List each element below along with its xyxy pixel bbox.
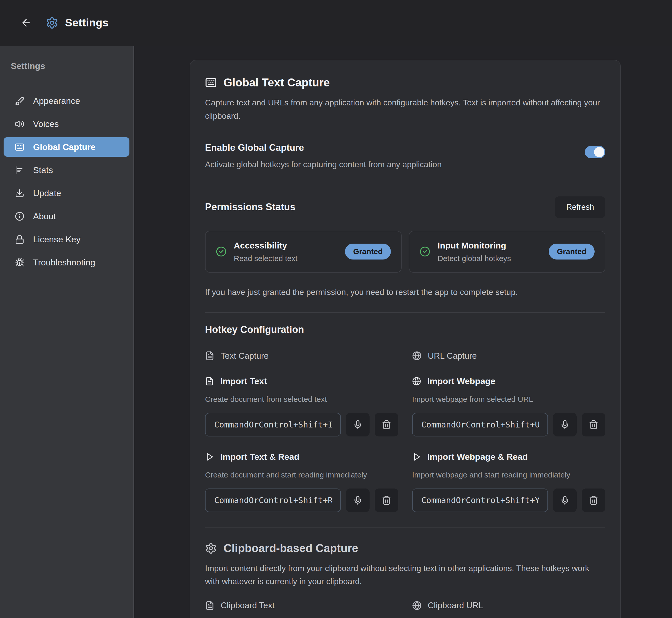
- global-text-capture-header: Global Text Capture: [205, 76, 606, 89]
- toggle-knob: [594, 147, 604, 157]
- import-text-group: Import Text Create document from selecte…: [205, 376, 398, 436]
- arrow-left-icon: [20, 17, 32, 28]
- document-icon: [205, 351, 215, 360]
- mic-icon: [353, 495, 363, 505]
- hotkey-grid: Text Capture Import Text Create document…: [205, 351, 606, 512]
- enable-global-capture-toggle[interactable]: [585, 146, 606, 158]
- settings-window: Settings Settings Appearance Voices Glob…: [0, 0, 672, 618]
- permission-cards: Accessibility Read selected text Granted…: [205, 231, 606, 273]
- globe-icon: [412, 351, 422, 360]
- trash-icon: [382, 420, 391, 429]
- mic-icon: [353, 420, 363, 429]
- bar-chart-icon: [15, 166, 24, 175]
- record-hotkey-button[interactable]: [346, 489, 370, 512]
- info-icon: [15, 212, 24, 221]
- url-capture-column: URL Capture Import Webpage Import webpag…: [412, 351, 606, 512]
- section-description: Import content directly from your clipbo…: [205, 562, 606, 589]
- delete-hotkey-button[interactable]: [375, 489, 398, 512]
- input-monitoring-permission-card: Input Monitoring Detect global hotkeys G…: [409, 231, 606, 273]
- mic-icon: [560, 420, 570, 429]
- sidebar-nav: Appearance Voices Global Capture Stats U…: [4, 91, 129, 272]
- topbar: Settings: [0, 0, 672, 46]
- trash-icon: [589, 420, 598, 429]
- sidebar: Settings Appearance Voices Global Captur…: [0, 46, 134, 618]
- permissions-status-title: Permissions Status: [205, 202, 295, 213]
- clipboard-url-column: Clipboard URL Import Clipboard Webpage I…: [412, 601, 606, 618]
- sidebar-item-license-key[interactable]: License Key: [4, 229, 129, 249]
- globe-icon: [412, 377, 421, 386]
- clipboard-text-column-header: Clipboard Text: [205, 601, 398, 610]
- clipboard-url-column-header: Clipboard URL: [412, 601, 606, 610]
- import-webpage-hotkey-input[interactable]: [412, 413, 548, 436]
- delete-hotkey-button[interactable]: [582, 413, 606, 436]
- play-icon: [412, 452, 421, 461]
- sidebar-item-voices[interactable]: Voices: [4, 114, 129, 134]
- import-webpage-read-group: Import Webpage & Read Import webpage and…: [412, 452, 606, 512]
- text-capture-column: Text Capture Import Text Create document…: [205, 351, 398, 512]
- url-capture-column-header: URL Capture: [412, 351, 606, 361]
- permission-description: Detect global hotkeys: [437, 254, 542, 263]
- status-badge: Granted: [345, 243, 391, 260]
- sidebar-item-troubleshooting[interactable]: Troubleshooting: [4, 252, 129, 272]
- enable-global-capture-description: Activate global hotkeys for capturing co…: [205, 160, 585, 169]
- sidebar-header: Settings: [4, 61, 129, 71]
- import-webpage-read-hotkey-input[interactable]: [412, 489, 548, 512]
- check-circle-icon: [420, 246, 430, 257]
- refresh-button[interactable]: Refresh: [555, 196, 606, 218]
- lock-icon: [15, 235, 24, 244]
- import-text-read-hotkey-input[interactable]: [205, 489, 341, 512]
- globe-icon: [412, 601, 422, 610]
- global-capture-card: Global Text Capture Capture text and URL…: [190, 60, 621, 618]
- divider: [205, 527, 606, 528]
- restart-note: If you have just granted the permission,…: [205, 288, 606, 297]
- hotkey-configuration-header: Hotkey Configuration: [205, 324, 606, 335]
- record-hotkey-button[interactable]: [346, 413, 370, 436]
- section-description: Capture text and URLs from any applicati…: [205, 96, 606, 123]
- permission-description: Read selected text: [234, 254, 338, 263]
- mic-icon: [560, 495, 570, 505]
- permission-name: Accessibility: [234, 240, 338, 250]
- clipboard-capture-header: Clipboard-based Capture: [205, 542, 606, 555]
- sidebar-item-stats[interactable]: Stats: [4, 160, 129, 180]
- sidebar-item-appearance[interactable]: Appearance: [4, 91, 129, 110]
- sidebar-item-about[interactable]: About: [4, 206, 129, 226]
- permission-name: Input Monitoring: [437, 240, 542, 250]
- settings-gear-icon: [46, 16, 58, 29]
- import-webpage-group: Import Webpage Import webpage from selec…: [412, 376, 606, 436]
- trash-icon: [382, 495, 391, 505]
- download-icon: [15, 189, 24, 198]
- import-text-hotkey-input[interactable]: [205, 413, 341, 436]
- check-circle-icon: [216, 246, 227, 257]
- enable-global-capture-label: Enable Global Capture: [205, 142, 585, 153]
- divider: [205, 185, 606, 185]
- gear-icon: [205, 542, 217, 554]
- record-hotkey-button[interactable]: [553, 489, 577, 512]
- permissions-status-header: Permissions Status Refresh: [205, 196, 606, 218]
- keyboard-icon: [15, 142, 24, 152]
- hotkey-configuration-title: Hotkey Configuration: [205, 324, 304, 335]
- sidebar-item-global-capture[interactable]: Global Capture: [4, 137, 129, 157]
- enable-global-capture-row: Enable Global Capture Activate global ho…: [205, 142, 606, 169]
- clipboard-grid: Clipboard Text Import Clipboard Text Cre…: [205, 601, 606, 618]
- text-capture-column-header: Text Capture: [205, 351, 398, 361]
- back-button[interactable]: [18, 15, 34, 30]
- document-icon: [205, 377, 214, 386]
- section-title: Clipboard-based Capture: [224, 542, 358, 555]
- accessibility-permission-card: Accessibility Read selected text Granted: [205, 231, 402, 273]
- speaker-icon: [15, 119, 24, 129]
- play-icon: [205, 452, 214, 461]
- delete-hotkey-button[interactable]: [582, 489, 606, 512]
- keyboard-icon: [205, 77, 217, 89]
- delete-hotkey-button[interactable]: [375, 413, 398, 436]
- section-title: Global Text Capture: [224, 76, 330, 89]
- paintbrush-icon: [15, 96, 24, 106]
- page-title: Settings: [65, 17, 109, 29]
- record-hotkey-button[interactable]: [553, 413, 577, 436]
- trash-icon: [589, 495, 598, 505]
- main-content: Global Text Capture Capture text and URL…: [134, 46, 672, 618]
- import-text-read-group: Import Text & Read Create document and s…: [205, 452, 398, 512]
- bug-icon: [15, 258, 24, 267]
- status-badge: Granted: [549, 243, 594, 260]
- sidebar-item-update[interactable]: Update: [4, 183, 129, 203]
- clipboard-text-column: Clipboard Text Import Clipboard Text Cre…: [205, 601, 398, 618]
